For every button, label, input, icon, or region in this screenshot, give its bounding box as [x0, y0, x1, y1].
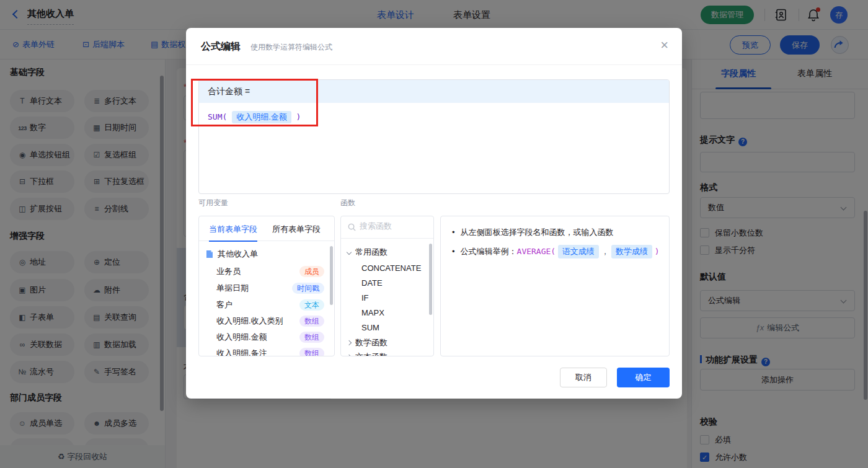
variables-tabs: 当前表单字段 所有表单字段 [199, 216, 334, 241]
formula-close-paren: ) [296, 112, 301, 121]
example-chip: 语文成绩 [558, 245, 599, 258]
variable-row[interactable]: 单据日期时间戳 [199, 280, 334, 296]
dialog-header: 公式编辑 使用数学运算符编辑公式 × [186, 28, 682, 65]
function-group-text[interactable]: 文本函数 [341, 350, 433, 356]
type-tag: 文本 [299, 299, 324, 311]
function-item[interactable]: MAPX [341, 306, 433, 320]
function-group-common[interactable]: 常用函数 [341, 245, 433, 260]
example-chip: 数学成绩 [611, 245, 652, 258]
variables-label: 可用变量 [198, 198, 228, 208]
function-search-input[interactable] [360, 221, 428, 231]
type-tag: 成员 [299, 266, 324, 277]
type-tag: 数组 [299, 348, 324, 356]
variable-tree-root[interactable]: 其他收入单 [199, 246, 334, 262]
formula-expression[interactable]: SUM( 收入明细.金额 ) [199, 103, 669, 131]
variable-row[interactable]: 收入明细.备注数组 [199, 345, 334, 356]
variables-scrollbar-thumb[interactable] [330, 246, 333, 305]
function-group-math[interactable]: 数学函数 [341, 335, 433, 350]
search-icon [347, 223, 356, 232]
variable-row[interactable]: 业务员成员 [199, 263, 334, 280]
functions-scrollbar-thumb[interactable] [429, 244, 432, 315]
function-item[interactable]: DATE [341, 276, 433, 291]
help-line-1: •从左侧面板选择字段名和函数，或输入函数 [452, 226, 614, 239]
type-tag: 数组 [299, 316, 324, 327]
function-search [341, 216, 433, 239]
dialog-subtitle: 使用数学运算符编辑公式 [250, 42, 332, 53]
tab-all-form-fields[interactable]: 所有表单字段 [272, 224, 321, 235]
function-item[interactable]: SUM [341, 320, 433, 335]
functions-label: 函数 [340, 198, 355, 208]
functions-panel: 常用函数 CONCATENATE DATE IF MAPX SUM 数学函数 文… [340, 216, 434, 356]
variable-row[interactable]: 收入明细.金额数组 [199, 329, 334, 345]
function-item[interactable]: CONCATENATE [341, 261, 433, 276]
cancel-button[interactable]: 取消 [560, 368, 607, 387]
function-item[interactable]: IF [341, 291, 433, 306]
close-icon[interactable]: × [660, 38, 668, 53]
example-function: AVERAGE( [517, 247, 556, 256]
field-chip[interactable]: 收入明细.金额 [232, 111, 291, 123]
chevron-right-icon [347, 340, 352, 345]
type-tag: 数组 [299, 332, 324, 343]
formula-target: 合计金额 = [199, 80, 669, 103]
formula-edit-dialog: 公式编辑 使用数学运算符编辑公式 × 合计金额 = SUM( 收入明细.金额 )… [186, 28, 682, 399]
chevron-right-icon [347, 355, 352, 356]
variable-row[interactable]: 收入明细.收入类别数组 [199, 313, 334, 329]
chevron-down-icon [347, 250, 352, 255]
form-doc-icon [205, 250, 214, 258]
variables-panel: 当前表单字段 所有表单字段 其他收入单 业务员成员 单据日期时间戳 客户文本 收… [198, 216, 335, 356]
help-panel: •从左侧面板选择字段名和函数，或输入函数 •公式编辑举例：AVERAGE( 语文… [440, 216, 670, 356]
help-line-2: •公式编辑举例：AVERAGE( 语文成绩 ， 数学成绩 ) [452, 245, 660, 258]
tab-current-form-fields[interactable]: 当前表单字段 [209, 224, 257, 242]
variable-row[interactable]: 客户文本 [199, 297, 334, 313]
confirm-button[interactable]: 确定 [617, 368, 670, 387]
formula-function: SUM( [208, 112, 227, 121]
dialog-title: 公式编辑 [201, 40, 241, 53]
formula-editor[interactable]: 合计金额 = SUM( 收入明细.金额 ) [198, 79, 670, 194]
type-tag: 时间戳 [292, 283, 324, 294]
